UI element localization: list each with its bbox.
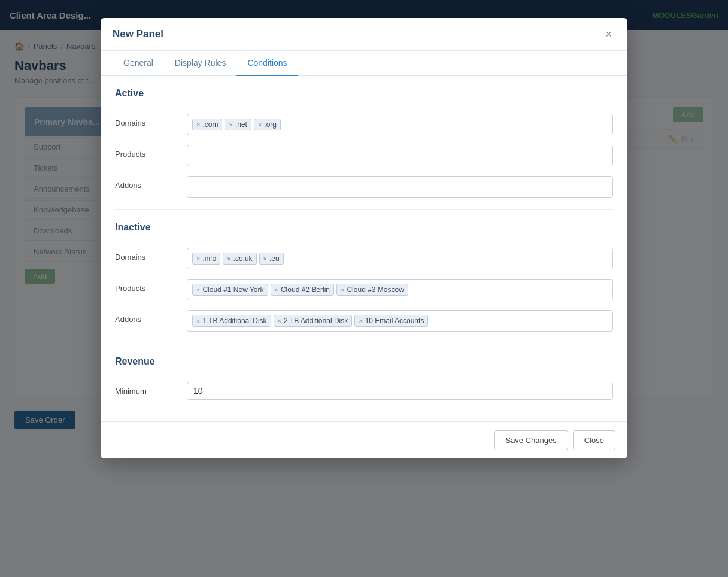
revenue-minimum-row: Minimum — [115, 382, 613, 400]
tag-2tb-disk: × 2 TB Additional Disk — [274, 315, 353, 327]
modal-footer: Save Changes Close — [101, 421, 627, 458]
inactive-domains-control: × .info × .co.uk × .eu — [187, 248, 613, 269]
tag-com: × .com — [192, 119, 222, 130]
tag-org: × .org — [254, 119, 281, 130]
tab-conditions[interactable]: Conditions — [236, 51, 298, 76]
tag-1tb-disk: × 1 TB Additional Disk — [192, 315, 271, 327]
active-products-label: Products — [115, 145, 187, 159]
active-products-control — [187, 145, 613, 166]
inactive-section-header: Inactive — [115, 222, 613, 238]
tab-general[interactable]: General — [113, 51, 164, 76]
tag-cloud3-moscow: × Cloud #3 Moscow — [336, 284, 408, 296]
active-addons-label: Addons — [115, 176, 187, 190]
inactive-addons-control: × 1 TB Additional Disk × 2 TB Additional… — [187, 310, 613, 332]
tag-cloud2-berlin: × Cloud #2 Berlin — [271, 284, 335, 296]
section-divider-2 — [115, 344, 613, 344]
active-products-row: Products — [115, 145, 613, 166]
inactive-domains-tag-input[interactable]: × .info × .co.uk × .eu — [187, 248, 613, 269]
modal-tabs: General Display Rules Conditions — [101, 51, 627, 76]
modal-close-button[interactable]: × — [602, 28, 615, 41]
modal-overlay: New Panel × General Display Rules Condit… — [0, 0, 728, 577]
active-domains-control: × .com × .net × .org — [187, 114, 613, 135]
revenue-section-header: Revenue — [115, 356, 613, 372]
tag-eu: × .eu — [259, 253, 284, 265]
inactive-products-label: Products — [115, 279, 187, 293]
revenue-minimum-input[interactable] — [187, 382, 613, 400]
modal-title: New Panel — [113, 28, 163, 40]
revenue-minimum-control — [187, 382, 613, 400]
inactive-domains-row: Domains × .info × .co.uk × .eu — [115, 248, 613, 269]
inactive-domains-label: Domains — [115, 248, 187, 262]
active-domains-tag-input[interactable]: × .com × .net × .org — [187, 114, 613, 135]
modal-header: New Panel × — [101, 18, 627, 51]
active-addons-row: Addons — [115, 176, 613, 198]
tag-info: × .info — [192, 253, 220, 265]
save-changes-button[interactable]: Save Changes — [494, 430, 568, 450]
section-divider-1 — [115, 209, 613, 210]
modal-dialog: New Panel × General Display Rules Condit… — [101, 18, 627, 458]
tag-10email: × 10 Email Accounts — [354, 315, 428, 327]
active-addons-tag-input[interactable] — [187, 176, 613, 198]
tab-display-rules[interactable]: Display Rules — [164, 51, 237, 76]
inactive-addons-label: Addons — [115, 310, 187, 324]
inactive-products-control: × Cloud #1 New York × Cloud #2 Berlin × … — [187, 279, 613, 300]
close-button[interactable]: Close — [573, 430, 615, 450]
revenue-minimum-label: Minimum — [115, 382, 187, 396]
tag-couk: × .co.uk — [223, 253, 256, 265]
tag-cloud1-newyork: × Cloud #1 New York — [192, 284, 268, 296]
modal-body: Active Domains × .com × .net — [101, 76, 627, 421]
inactive-addons-tag-input[interactable]: × 1 TB Additional Disk × 2 TB Additional… — [187, 310, 613, 332]
active-domains-label: Domains — [115, 114, 187, 127]
active-addons-control — [187, 176, 613, 198]
inactive-products-row: Products × Cloud #1 New York × Cloud #2 … — [115, 279, 613, 300]
tag-net: × .net — [225, 119, 251, 130]
inactive-addons-row: Addons × 1 TB Additional Disk × 2 TB Add… — [115, 310, 613, 332]
inactive-products-tag-input[interactable]: × Cloud #1 New York × Cloud #2 Berlin × … — [187, 279, 613, 300]
active-section-header: Active — [115, 88, 613, 104]
active-products-tag-input[interactable] — [187, 145, 613, 166]
active-domains-row: Domains × .com × .net × .org — [115, 114, 613, 135]
